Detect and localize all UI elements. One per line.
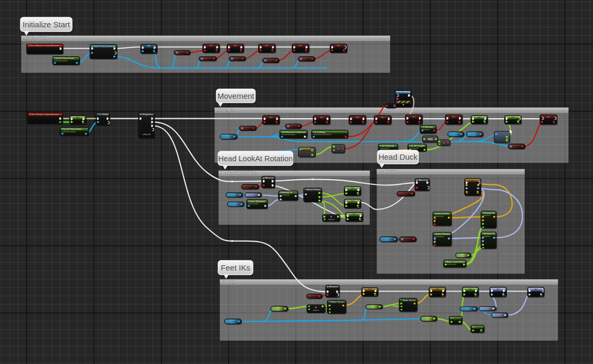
svg-text:f Make Literal Float: f Make Literal Float bbox=[445, 261, 464, 263]
svg-text:SET: SET bbox=[337, 45, 341, 47]
svg-text:Head LookAt Rotation: Head LookAt Rotation bbox=[218, 154, 293, 163]
svg-text:>: > bbox=[443, 141, 444, 144]
svg-text:SET: SET bbox=[468, 288, 472, 290]
svg-text:add pin ✚: add pin ✚ bbox=[142, 133, 150, 136]
svg-text:SET: SET bbox=[477, 117, 481, 119]
svg-text:f Rinterp To: f Rinterp To bbox=[483, 233, 495, 235]
svg-text:f Get Velocity: f Get Velocity bbox=[380, 145, 394, 147]
svg-text:SET: SET bbox=[534, 288, 538, 290]
svg-text:SET: SET bbox=[76, 117, 80, 119]
svg-text:SET: SET bbox=[356, 117, 360, 119]
svg-text:add pin ✚: add pin ✚ bbox=[313, 309, 320, 311]
svg-text:SET: SET bbox=[351, 188, 354, 190]
svg-text:f RInterp To: f RInterp To bbox=[280, 192, 292, 194]
svg-text:SET: SET bbox=[351, 200, 354, 202]
svg-text:add pin ✚: add pin ✚ bbox=[328, 219, 335, 221]
svg-text:f Set Movement Compensate: f Set Movement Compensate bbox=[281, 131, 306, 133]
svg-text:✕: ✕ bbox=[315, 306, 317, 309]
svg-text:SET: SET bbox=[511, 117, 515, 119]
svg-text:⧉ Branch: ⧉ Branch bbox=[326, 286, 338, 288]
svg-text:SET: SET bbox=[471, 180, 475, 182]
svg-text:⧉ Branch: ⧉ Branch bbox=[416, 179, 428, 181]
svg-text:SET: SET bbox=[436, 288, 439, 290]
svg-text:SET: SET bbox=[353, 213, 356, 215]
svg-text:SET: SET bbox=[368, 288, 372, 290]
svg-text:f Select Vector: f Select Vector bbox=[434, 213, 449, 215]
svg-text:SET: SET bbox=[412, 116, 416, 118]
svg-text:Feet IKs: Feet IKs bbox=[222, 280, 236, 284]
svg-text:SET: SET bbox=[265, 45, 269, 47]
svg-text:Head Duck: Head Duck bbox=[379, 152, 418, 161]
svg-text:⧉ Branch: ⧉ Branch bbox=[263, 177, 274, 179]
svg-text:SET: SET bbox=[496, 288, 500, 290]
svg-text:SET: SET bbox=[269, 117, 273, 119]
svg-text:Break Rotator: Break Rotator bbox=[307, 189, 321, 191]
svg-text:Event Blueprint Initialize Ani: Event Blueprint Initialize Animation bbox=[31, 45, 60, 47]
svg-text:➡ Sequence: ➡ Sequence bbox=[139, 113, 153, 116]
svg-text:Movement: Movement bbox=[217, 108, 234, 112]
svg-text:f Print String: f Print String bbox=[396, 91, 410, 93]
svg-text:f Is Falling: f Is Falling bbox=[313, 131, 325, 133]
svg-text:f ÷: f ÷ bbox=[451, 317, 454, 319]
svg-text:f To Vel Length: f To Vel Length bbox=[410, 145, 424, 147]
svg-text:Is Used To Tech_Character: Is Used To Tech_Character bbox=[91, 45, 116, 47]
svg-text:SET: SET bbox=[299, 45, 302, 47]
svg-text:✕: ✕ bbox=[330, 215, 332, 218]
svg-text:Initialize Start: Initialize Start bbox=[23, 36, 45, 40]
svg-text:SET: SET bbox=[452, 116, 456, 118]
svg-text:Feet IKs: Feet IKs bbox=[221, 263, 250, 272]
svg-text:SET: SET bbox=[547, 116, 550, 118]
svg-text:Movement: Movement bbox=[217, 91, 254, 100]
svg-text:SET: SET bbox=[320, 117, 323, 119]
svg-text:SET: SET bbox=[233, 45, 237, 47]
svg-text:SET: SET bbox=[147, 45, 151, 47]
svg-text:Event Blueprint Update Animati: Event Blueprint Update Animation bbox=[32, 113, 59, 116]
svg-text:f Try Get Pawn Owner: f Try Get Pawn Owner bbox=[54, 57, 75, 59]
svg-text:f Delta (Rotator): f Delta (Rotator) bbox=[248, 201, 265, 203]
svg-text:Make Vector: Make Vector bbox=[331, 301, 344, 303]
svg-text:f ÷: f ÷ bbox=[473, 326, 476, 328]
svg-text:SET: SET bbox=[381, 117, 385, 119]
svg-text:SET: SET bbox=[209, 45, 213, 47]
svg-text:<: < bbox=[338, 147, 339, 150]
svg-text:f Vinterp To: f Vinterp To bbox=[483, 212, 495, 214]
svg-text:? Is Valid: ? Is Valid bbox=[97, 113, 108, 116]
svg-text:f Is Moving: f Is Moving bbox=[422, 126, 433, 128]
svg-text:f Select Rotator: f Select Rotator bbox=[434, 233, 451, 235]
svg-text:Head Duck: Head Duck bbox=[379, 170, 397, 173]
svg-text:Initialize Start: Initialize Start bbox=[23, 20, 70, 29]
svg-text:ABS: ABS bbox=[427, 138, 433, 141]
svg-text:f Try Get Pawn Owner: f Try Get Pawn Owner bbox=[62, 128, 82, 130]
svg-text:Head LookAt Rotation: Head LookAt Rotation bbox=[220, 171, 257, 175]
svg-text:Make Vector: Make Vector bbox=[403, 299, 416, 301]
